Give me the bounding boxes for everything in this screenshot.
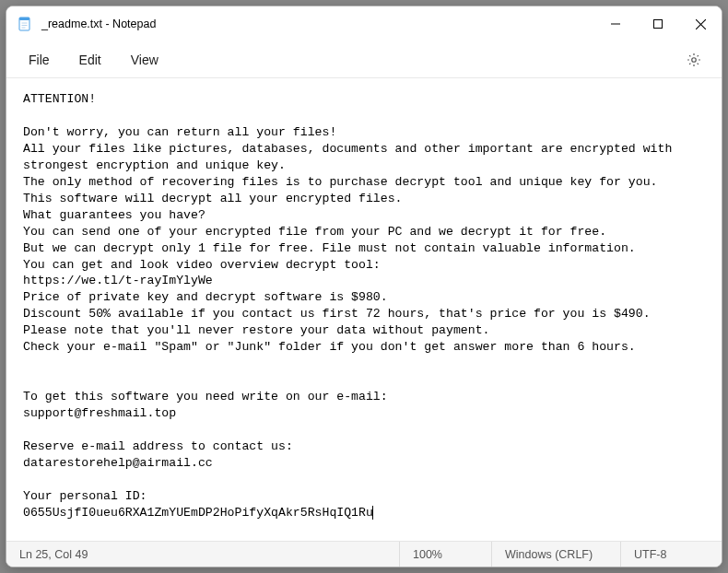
close-button[interactable] — [679, 6, 722, 41]
maximize-button[interactable] — [637, 6, 679, 41]
status-line-ending: Windows (CRLF) — [491, 542, 620, 567]
statusbar: Ln 25, Col 49 100% Windows (CRLF) UTF-8 — [6, 541, 722, 567]
svg-rect-1 — [19, 18, 29, 20]
notepad-icon — [18, 17, 32, 31]
window-controls — [594, 6, 722, 41]
menu-view[interactable]: View — [118, 47, 171, 73]
settings-button[interactable] — [679, 45, 709, 75]
menubar: File Edit View — [6, 41, 722, 78]
status-position: Ln 25, Col 49 — [6, 542, 399, 567]
status-charset: UTF-8 — [620, 542, 722, 567]
document-text: ATTENTION! Don't worry, you can return a… — [23, 92, 679, 520]
svg-rect-6 — [654, 20, 663, 29]
text-caret — [372, 506, 373, 520]
menu-file[interactable]: File — [16, 47, 63, 73]
window-title: _readme.txt - Notepad — [41, 18, 594, 30]
status-zoom: 100% — [399, 542, 491, 567]
minimize-button[interactable] — [594, 6, 637, 41]
text-area[interactable]: ATTENTION! Don't worry, you can return a… — [6, 78, 722, 541]
titlebar: _readme.txt - Notepad — [6, 6, 722, 41]
notepad-window: _readme.txt - Notepad File Edit View ATT… — [6, 6, 722, 567]
menu-edit[interactable]: Edit — [66, 47, 114, 73]
svg-point-9 — [692, 57, 697, 62]
